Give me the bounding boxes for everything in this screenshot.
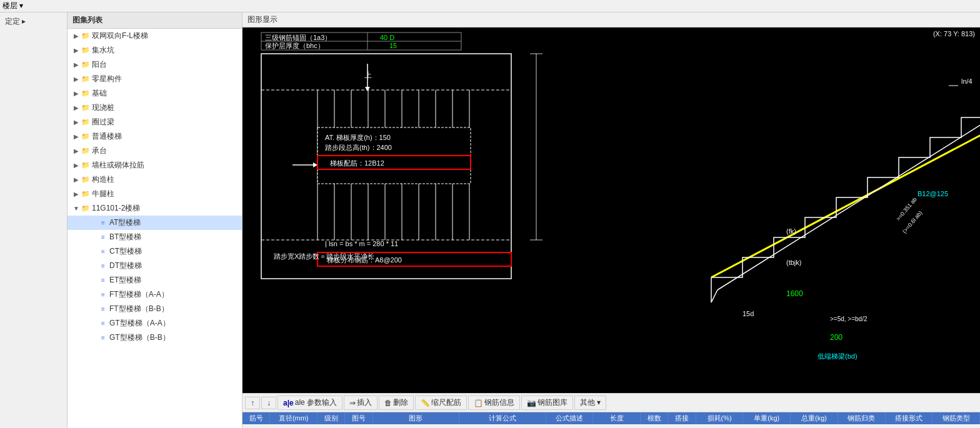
th-shape: 图号 bbox=[345, 412, 372, 424]
rebar-library-button[interactable]: 📷 钢筋图库 bbox=[521, 396, 573, 410]
delete-button[interactable]: 🗑 删除 bbox=[379, 396, 414, 410]
tree-item-AT[interactable]: ≡AT型楼梯 bbox=[68, 216, 242, 230]
tree-item-label: 墙柱或砌体拉筋 bbox=[92, 160, 144, 171]
svg-text:低端梯梁(bd): 低端梯梁(bd) bbox=[818, 352, 858, 360]
tree-arrow-icon: ▶ bbox=[72, 90, 80, 97]
scroll-down-button[interactable]: ↓ bbox=[261, 397, 276, 409]
param-input-button[interactable]: a|e ale 参数输入 bbox=[278, 396, 342, 410]
drawing-canvas[interactable]: (X: 73 Y: 813) 三级钢筋锚固（1a3） 40 D 保护层厚度（bh… bbox=[242, 27, 980, 393]
th-rebar-kind: 钢筋类型 bbox=[932, 412, 980, 424]
tree-item-label: CT型楼梯 bbox=[109, 246, 142, 257]
tree-item-GT_BB[interactable]: ≡GT型楼梯（B-B） bbox=[68, 331, 242, 345]
delete-icon: 🗑 bbox=[384, 399, 392, 407]
tree-arrow-icon bbox=[90, 291, 98, 299]
th-splice-form: 搭接形式 bbox=[886, 412, 933, 424]
svg-text:40 D: 40 D bbox=[380, 34, 394, 41]
doc-icon: ≡ bbox=[99, 248, 108, 256]
tree-item-g11[interactable]: ▼📁11G101-2楼梯 bbox=[68, 201, 242, 216]
up-arrow-icon: ↑ bbox=[251, 399, 254, 407]
rebar-info-button[interactable]: 📋 钢筋信息 bbox=[468, 396, 520, 410]
tree-item-guoguliang[interactable]: ▶📁圈过梁 bbox=[68, 115, 242, 129]
scroll-up-button[interactable]: ↑ bbox=[245, 397, 260, 409]
tree-item-CT[interactable]: ≡CT型楼梯 bbox=[68, 244, 242, 259]
tree-arrow-icon: ▶ bbox=[72, 61, 80, 69]
th-diameter: 直径(mm) bbox=[270, 412, 318, 424]
tree-arrow-icon bbox=[90, 334, 98, 342]
other-label: 其他 ▾ bbox=[580, 397, 601, 408]
tree-arrow-icon: ▶ bbox=[72, 162, 80, 169]
svg-text:(fk): (fk) bbox=[786, 227, 796, 235]
th-rebar-num: 筋号 bbox=[242, 412, 270, 424]
scale-rebar-button[interactable]: 📏 缩尺配筋 bbox=[415, 396, 467, 410]
tree-header: 图集列表 bbox=[68, 12, 242, 29]
svg-text:200: 200 bbox=[830, 333, 842, 342]
rebar-library-icon: 📷 bbox=[527, 399, 536, 407]
folder-icon: 📁 bbox=[81, 61, 90, 69]
svg-text:15d: 15d bbox=[742, 310, 754, 317]
tree-item-label: 集水坑 bbox=[92, 45, 114, 56]
fixed-button[interactable]: 定定 ▸ bbox=[2, 15, 64, 28]
folder-icon: 📁 bbox=[81, 104, 90, 112]
insert-label: 插入 bbox=[357, 397, 372, 408]
tree-item-label: 11G101-2楼梯 bbox=[92, 203, 140, 214]
doc-icon: ≡ bbox=[99, 291, 108, 299]
tree-content[interactable]: ▶📁双网双向F-L楼梯▶📁集水坑▶📁阳台▶📁零星构件▶📁基础▶📁现浇桩▶📁圈过梁… bbox=[68, 29, 242, 428]
folder-icon: 📁 bbox=[81, 162, 90, 169]
toolbar-buttons: ↑ ↓ a|e ale 参数输入 ⇒ 插入 🗑 删 bbox=[242, 394, 980, 412]
tree-item-shuang[interactable]: ▶📁双网双向F-L楼梯 bbox=[68, 29, 242, 43]
rebar-library-label: 钢筋图库 bbox=[538, 397, 568, 408]
insert-button[interactable]: ⇒ 插入 bbox=[344, 396, 378, 410]
tree-item-label: 圈过梁 bbox=[92, 117, 114, 127]
th-formula: 计算公式 bbox=[459, 412, 546, 424]
tree-item-xianjiao[interactable]: ▶📁现浇桩 bbox=[68, 101, 242, 115]
tree-item-DT[interactable]: ≡DT型楼梯 bbox=[68, 259, 242, 273]
svg-line-37 bbox=[711, 290, 718, 302]
tree-arrow-icon: ▶ bbox=[72, 119, 80, 126]
drawing-title: 图形显示 bbox=[248, 14, 278, 25]
tree-item-jichu[interactable]: ▶📁基础 bbox=[68, 86, 242, 101]
tree-item-label: ET型楼梯 bbox=[109, 275, 141, 286]
tree-item-chengtai[interactable]: ▶📁承台 bbox=[68, 144, 242, 158]
tree-item-gouzao[interactable]: ▶📁构造柱 bbox=[68, 172, 242, 187]
other-button[interactable]: 其他 ▾ bbox=[574, 396, 606, 410]
insert-icon: ⇒ bbox=[349, 399, 356, 407]
tree-item-yangtai[interactable]: ▶📁阳台 bbox=[68, 57, 242, 72]
svg-text:1600: 1600 bbox=[786, 289, 803, 298]
tree-arrow-icon bbox=[90, 219, 98, 227]
svg-marker-22 bbox=[365, 87, 370, 91]
folder-icon: 📁 bbox=[81, 76, 90, 83]
svg-text:15: 15 bbox=[389, 42, 397, 49]
tree-panel: 图集列表 ▶📁双网双向F-L楼梯▶📁集水坑▶📁阳台▶📁零星构件▶📁基础▶📁现浇桩… bbox=[68, 12, 242, 428]
tree-item-label: GT型楼梯（A-A） bbox=[109, 318, 170, 329]
tree-item-BT[interactable]: ≡BT型楼梯 bbox=[68, 230, 242, 244]
tree-item-lingjian[interactable]: ▶📁零星构件 bbox=[68, 72, 242, 86]
tree-item-FT_BB[interactable]: ≡FT型楼梯（B-B） bbox=[68, 302, 242, 316]
svg-marker-24 bbox=[313, 162, 318, 167]
tree-item-label: 现浇桩 bbox=[92, 102, 114, 113]
tree-arrow-icon: ▶ bbox=[72, 32, 80, 40]
folder-icon: 📁 bbox=[81, 119, 90, 126]
tree-item-qiangzhu[interactable]: ▶📁墙柱或砌体拉筋 bbox=[68, 158, 242, 172]
doc-icon: ≡ bbox=[99, 277, 108, 284]
th-unit-weight: 单重(kg) bbox=[743, 412, 791, 424]
tree-item-niutuijiao[interactable]: ▶📁牛腿柱 bbox=[68, 187, 242, 201]
doc-icon: ≡ bbox=[99, 262, 108, 270]
tree-item-ET[interactable]: ≡ET型楼梯 bbox=[68, 273, 242, 287]
rebar-info-label: 钢筋信息 bbox=[484, 397, 514, 408]
tree-item-GT_AA[interactable]: ≡GT型楼梯（A-A） bbox=[68, 316, 242, 331]
tree-item-jishui[interactable]: ▶📁集水坑 bbox=[68, 43, 242, 57]
tree-arrow-icon: ▶ bbox=[72, 133, 80, 141]
tree-arrow-icon bbox=[90, 320, 98, 327]
svg-text:梯板分布钢筋：A8@200: 梯板分布钢筋：A8@200 bbox=[326, 256, 402, 264]
tree-item-label: 构造柱 bbox=[92, 174, 114, 185]
param-input-icon: a|e bbox=[283, 399, 294, 407]
tree-item-putong[interactable]: ▶📁普通楼梯 bbox=[68, 129, 242, 144]
svg-text:上: 上 bbox=[364, 71, 372, 79]
tree-item-FT_AA[interactable]: ≡FT型楼梯（A-A） bbox=[68, 287, 242, 302]
tree-arrow-icon: ▶ bbox=[72, 104, 80, 112]
folder-icon: 📁 bbox=[81, 176, 90, 184]
svg-text:保护层厚度（bhc）: 保护层厚度（bhc） bbox=[265, 42, 324, 49]
doc-icon: ≡ bbox=[99, 219, 108, 227]
bottom-toolbar: ↑ ↓ a|e ale 参数输入 ⇒ 插入 🗑 删 bbox=[242, 393, 980, 428]
th-length: 长度 bbox=[593, 412, 641, 424]
